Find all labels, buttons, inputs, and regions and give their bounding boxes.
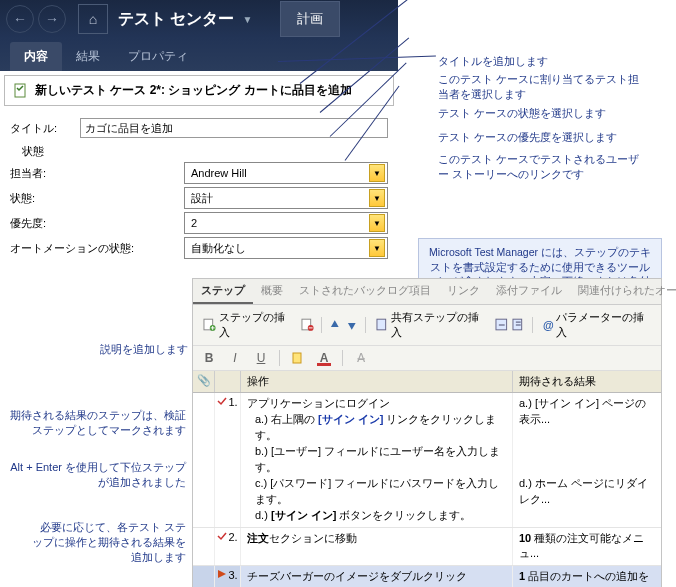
attach-header-icon: 📎: [193, 371, 215, 392]
steps-panel: ステップ 概要 ストされたバックログ項目 リンク 添付ファイル 関連付けられたオ…: [192, 278, 662, 587]
insert-param-button[interactable]: @ パラメーターの挿入: [539, 308, 655, 342]
svg-rect-7: [513, 319, 522, 330]
move-down-icon[interactable]: [345, 318, 359, 332]
assignee-value: Andrew Hill: [191, 167, 247, 179]
sub-tabs: 内容 結果 プロパティ: [0, 38, 398, 71]
priority-select[interactable]: 2 ▼: [184, 212, 388, 234]
step-action: アプリケーションにログイン: [247, 396, 506, 412]
table-row[interactable]: 2. 注文セクションに移動 10 種類の注文可能なメニュ...: [193, 528, 661, 567]
callout-addresult: 必要に応じて、各テスト ステップに操作と期待される結果を追加します: [30, 520, 186, 565]
insert-shared-label: 共有ステップの挿入: [391, 310, 487, 340]
callout-state: テスト ケースの状態を選択します: [438, 106, 606, 121]
step-result: 10 種類の注文可能なメニュ...: [513, 528, 661, 566]
chevron-down-icon: ▼: [369, 164, 385, 182]
callout-priority: テスト ケースの優先度を選択します: [438, 130, 617, 145]
step-number: 2.: [228, 531, 237, 543]
move-up-icon[interactable]: [328, 318, 342, 332]
table-row[interactable]: 1. アプリケーションにログイン a.) 右上隅の [サイン イン] リンクをク…: [193, 393, 661, 528]
highlight-button[interactable]: [288, 349, 308, 367]
substep: c.) [パスワード] フィールドにパスワードを入力します。: [255, 476, 506, 508]
steps-tabs: ステップ 概要 ストされたバックログ項目 リンク 添付ファイル 関連付けられたオ…: [193, 279, 661, 305]
format-toolbar: B I U A A̶: [193, 346, 661, 371]
shared-create-icon[interactable]: [512, 318, 526, 332]
svg-rect-5: [377, 319, 386, 330]
insert-step-label: ステップの挿入: [219, 310, 293, 340]
svg-rect-6: [496, 319, 507, 330]
step-result: a.) [サイン イン] ページの表示...: [519, 396, 655, 428]
step-result: 1 品目のカートへの追加を確認: [513, 566, 661, 587]
tab-automation[interactable]: 関連付けられたオートメーシ...: [570, 279, 676, 304]
step-number: 1.: [228, 396, 237, 408]
substep: b.) [ユーザー] フィールドにユーザー名を入力します。: [255, 444, 506, 476]
tab-content[interactable]: 内容: [10, 42, 62, 71]
highlight-icon: [291, 351, 305, 365]
automation-select[interactable]: 自動化なし ▼: [184, 237, 388, 259]
bold-button[interactable]: B: [199, 349, 219, 367]
tab-backlog[interactable]: ストされたバックログ項目: [291, 279, 439, 304]
substep: a.) 右上隅の [サイン イン] リンクをクリックします。: [255, 412, 506, 444]
tab-links[interactable]: リンク: [439, 279, 488, 304]
insert-step-button[interactable]: ステップの挿入: [199, 308, 297, 342]
tab-results[interactable]: 結果: [62, 42, 114, 71]
font-color-button[interactable]: A: [314, 349, 334, 367]
priority-label: 優先度:: [10, 216, 108, 231]
state-heading: 状態: [22, 144, 388, 159]
delete-step-icon[interactable]: [301, 318, 315, 332]
automation-value: 自動化なし: [191, 241, 246, 256]
clear-format-button[interactable]: A̶: [351, 349, 371, 367]
tab-attach[interactable]: 添付ファイル: [488, 279, 570, 304]
top-bar: ← → ⌂ テスト センター ▼ 計画: [0, 0, 398, 38]
grid-header: 📎 操作 期待される結果: [193, 371, 661, 393]
title-input[interactable]: [80, 118, 388, 138]
app-title: テスト センター: [118, 9, 234, 30]
chevron-down-icon: ▼: [369, 189, 385, 207]
substep: d.) [サイン イン] ボタンをクリックします。: [255, 508, 506, 524]
testcase-icon: [13, 83, 29, 99]
home-button[interactable]: ⌂: [78, 4, 108, 34]
chevron-down-icon[interactable]: ▼: [242, 14, 252, 25]
callout-title: タイトルを追加します: [438, 54, 548, 69]
title-label: タイトル:: [10, 121, 80, 136]
italic-button[interactable]: I: [225, 349, 245, 367]
callout-link: このテスト ケースでテストされるユーザー ストーリーへのリンクです: [438, 152, 648, 182]
chevron-down-icon: ▼: [369, 239, 385, 257]
callout-altenter: Alt + Enter を使用して下位ステップが追加されました: [10, 460, 186, 490]
tab-summary[interactable]: 概要: [253, 279, 291, 304]
automation-label: オートメーションの状態:: [10, 241, 168, 256]
status-select[interactable]: 設計 ▼: [184, 187, 388, 209]
status-label: 状態:: [10, 191, 108, 206]
chevron-down-icon: ▼: [369, 214, 385, 232]
step-check-icon: [217, 531, 227, 541]
at-icon: @: [543, 319, 554, 331]
step-number: 3.: [228, 569, 237, 581]
back-button[interactable]: ←: [6, 5, 34, 33]
shared-open-icon[interactable]: [495, 318, 509, 332]
assignee-label: 担当者:: [10, 166, 108, 181]
insert-param-label: パラメーターの挿入: [556, 310, 651, 340]
step-arrow-icon: [217, 569, 227, 579]
insert-step-icon: [203, 318, 217, 332]
step-result: d.) ホーム ページにリダイレク...: [519, 476, 655, 508]
step-check-icon: [217, 396, 227, 406]
steps-toolbar: ステップの挿入 共有ステップの挿入 @ パラメーターの挿入: [193, 305, 661, 346]
step-action: チーズバーガーのイメージをダブルクリック: [241, 566, 513, 587]
grid-body: 1. アプリケーションにログイン a.) 右上隅の [サイン イン] リンクをク…: [193, 393, 661, 587]
tab-steps[interactable]: ステップ: [193, 279, 253, 304]
callout-desc: 説明を追加します: [92, 342, 188, 357]
action-header: 操作: [241, 371, 513, 392]
form-area: タイトル: 状態 担当者: Andrew Hill ▼ 状態: 設計 ▼ 優先度…: [0, 110, 398, 272]
tab-properties[interactable]: プロパティ: [114, 42, 202, 71]
insert-shared-button[interactable]: 共有ステップの挿入: [372, 308, 491, 342]
table-row[interactable]: 3. チーズバーガーのイメージをダブルクリック 1 品目のカートへの追加を確認: [193, 566, 661, 587]
forward-button[interactable]: →: [38, 5, 66, 33]
underline-button[interactable]: U: [251, 349, 271, 367]
shared-step-icon: [376, 318, 390, 332]
assignee-select[interactable]: Andrew Hill ▼: [184, 162, 388, 184]
plan-tab[interactable]: 計画: [280, 1, 340, 37]
status-value: 設計: [191, 191, 213, 206]
result-header: 期待される結果: [513, 371, 661, 392]
callout-expected: 期待される結果のステップは、検証ステップとしてマークされます: [10, 408, 186, 438]
case-title: 新しいテスト ケース 2*: ショッピング カートに品目を追加: [35, 82, 352, 99]
svg-rect-0: [15, 84, 25, 97]
priority-value: 2: [191, 217, 197, 229]
